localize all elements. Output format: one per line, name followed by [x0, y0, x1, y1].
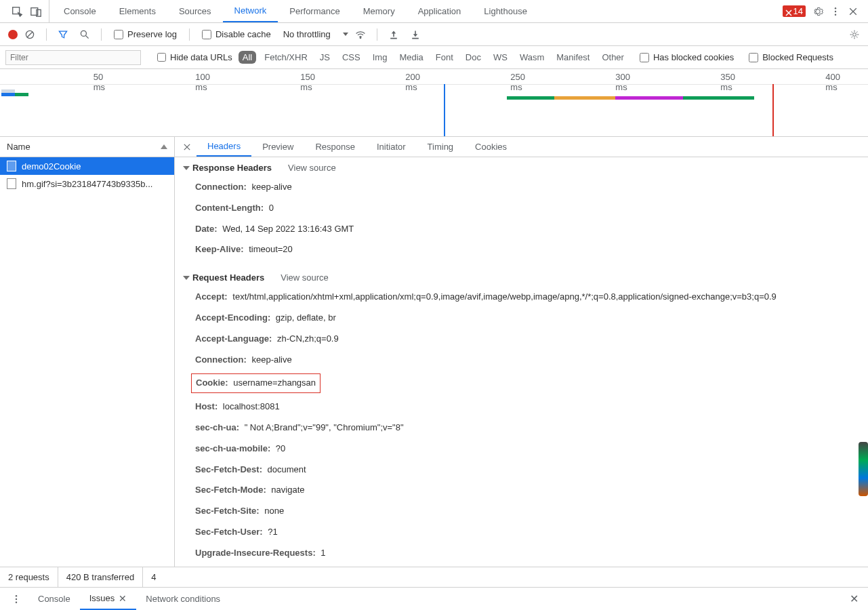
- header-row: Connection: keep-alive: [175, 350, 868, 371]
- drawer-close-icon[interactable]: ✕: [850, 592, 859, 605]
- request-row[interactable]: demo02Cookie: [0, 157, 174, 175]
- filter-type-ws[interactable]: WS: [489, 51, 512, 64]
- blocked-requests-checkbox[interactable]: Blocked Requests: [749, 52, 833, 62]
- drawer-tab-issues[interactable]: Issues✕: [80, 588, 137, 610]
- svg-point-12: [16, 601, 17, 603]
- svg-point-5: [835, 14, 836, 15]
- header-row: Sec-Fetch-Mode: navigate: [175, 480, 868, 501]
- status-transferred: 420 B transferred: [58, 567, 143, 587]
- clear-icon[interactable]: [24, 29, 35, 40]
- request-row[interactable]: hm.gif?si=3b231847743b9335b...: [0, 175, 174, 192]
- file-icon: [7, 178, 16, 189]
- status-requests: 2 requests: [0, 567, 58, 587]
- filter-toggle-icon[interactable]: [58, 29, 68, 40]
- inspect-element-icon[interactable]: [11, 5, 23, 18]
- detail-tab-preview[interactable]: Preview: [251, 137, 304, 157]
- throttling-select[interactable]: No throttling: [283, 29, 348, 39]
- close-devtools-icon[interactable]: [848, 6, 859, 17]
- filter-type-doc[interactable]: Doc: [461, 51, 485, 64]
- tab-lighthouse[interactable]: Lighthouse: [472, 0, 539, 22]
- network-conditions-icon[interactable]: [355, 29, 366, 40]
- header-row: Connection: keep-alive: [175, 177, 868, 198]
- close-tab-icon[interactable]: ✕: [119, 593, 127, 604]
- view-source-link[interactable]: View source: [281, 272, 329, 283]
- header-row: Date: Wed, 14 Sep 2022 13:16:43 GMT: [175, 219, 868, 240]
- filter-type-manifest[interactable]: Manifest: [552, 51, 594, 64]
- network-settings-icon[interactable]: [849, 29, 860, 40]
- header-row: Sec-Fetch-User: ?1: [175, 522, 868, 543]
- request-list: demo02Cookiehm.gif?si=3b231847743b9335b.…: [0, 157, 174, 567]
- svg-point-7: [81, 30, 86, 36]
- hide-data-urls-checkbox[interactable]: Hide data URLs: [157, 52, 232, 62]
- header-row: Accept: text/html,application/xhtml+xml,…: [175, 287, 868, 308]
- svg-point-4: [835, 10, 836, 12]
- error-count-text: 14: [793, 6, 803, 16]
- svg-point-3: [835, 7, 836, 9]
- divider: [377, 28, 377, 41]
- request-headers-section[interactable]: Request Headers View source: [175, 268, 868, 287]
- disable-cache-checkbox[interactable]: Disable cache: [202, 29, 271, 39]
- file-icon: [7, 161, 16, 171]
- header-row: sec-ch-ua-mobile: ?0: [175, 439, 868, 460]
- preserve-log-checkbox[interactable]: Preserve log: [114, 29, 177, 39]
- filter-type-js[interactable]: JS: [316, 51, 334, 64]
- tab-performance[interactable]: Performance: [278, 0, 351, 22]
- tab-elements[interactable]: Elements: [108, 0, 167, 22]
- detail-tab-timing[interactable]: Timing: [417, 137, 465, 157]
- view-source-link[interactable]: View source: [288, 163, 336, 173]
- tab-application[interactable]: Application: [407, 0, 473, 22]
- divider: [46, 28, 47, 41]
- record-button[interactable]: [8, 30, 18, 39]
- collapse-triangle-icon: [183, 166, 190, 170]
- header-row: Cookie: username=zhangsan: [175, 370, 868, 396]
- header-row: Content-Length: 0: [175, 198, 868, 219]
- requests-name-header[interactable]: Name: [0, 137, 174, 157]
- upload-icon[interactable]: [388, 29, 399, 40]
- header-row: User-Agent: Mozilla/5.0 (Windows NT 10.0…: [175, 564, 868, 567]
- device-toolbar-icon[interactable]: [30, 5, 42, 18]
- filter-type-wasm[interactable]: Wasm: [516, 51, 548, 64]
- filter-type-media[interactable]: Media: [395, 51, 427, 64]
- header-row: Keep-Alive: timeout=20: [175, 239, 868, 260]
- error-count-badge[interactable]: 14: [783, 5, 806, 17]
- detail-tab-headers[interactable]: Headers: [197, 137, 251, 157]
- filter-type-img[interactable]: Img: [369, 51, 392, 64]
- drawer-tab-network-conditions[interactable]: Network conditions: [136, 588, 230, 610]
- tab-sources[interactable]: Sources: [167, 0, 223, 22]
- filter-type-all[interactable]: All: [239, 51, 256, 64]
- detail-tab-initiator[interactable]: Initiator: [366, 137, 417, 157]
- filter-type-fetchxhr[interactable]: Fetch/XHR: [260, 51, 312, 64]
- svg-point-9: [853, 33, 856, 36]
- tab-console[interactable]: Console: [52, 0, 108, 22]
- divider: [101, 28, 102, 41]
- filter-input[interactable]: [5, 50, 141, 65]
- tab-memory[interactable]: Memory: [352, 0, 407, 22]
- svg-point-11: [16, 598, 17, 599]
- header-row: Accept-Encoding: gzip, deflate, br: [175, 308, 868, 329]
- filter-type-css[interactable]: CSS: [338, 51, 365, 64]
- close-details-button[interactable]: [178, 137, 197, 157]
- timeline-overview[interactable]: 50 ms100 ms150 ms200 ms250 ms300 ms350 m…: [0, 69, 868, 137]
- filter-type-other[interactable]: Other: [598, 51, 628, 64]
- has-blocked-cookies-checkbox[interactable]: Has blocked cookies: [640, 52, 734, 62]
- divider: [189, 28, 190, 41]
- header-row: Accept-Language: zh-CN,zh;q=0.9: [175, 329, 868, 350]
- header-row: sec-ch-ua: " Not A;Brand";v="99", "Chrom…: [175, 418, 868, 439]
- settings-icon[interactable]: [812, 6, 823, 17]
- detail-tab-response[interactable]: Response: [304, 137, 366, 157]
- more-options-icon[interactable]: [830, 6, 841, 17]
- sort-caret-icon: [161, 144, 167, 149]
- drawer-more-icon[interactable]: [11, 594, 22, 605]
- tab-network[interactable]: Network: [223, 0, 278, 22]
- status-partial: 4: [143, 567, 163, 587]
- search-icon[interactable]: [79, 29, 90, 40]
- filter-type-font[interactable]: Font: [432, 51, 457, 64]
- svg-point-10: [16, 595, 17, 596]
- header-row: Host: localhost:8081: [175, 396, 868, 418]
- download-icon[interactable]: [410, 29, 421, 40]
- detail-tab-cookies[interactable]: Cookies: [464, 137, 518, 157]
- collapse-triangle-icon: [183, 276, 190, 280]
- scrollbar-thumb[interactable]: [859, 442, 868, 496]
- drawer-tab-console[interactable]: Console: [28, 588, 80, 610]
- response-headers-section[interactable]: Response Headers View source: [175, 159, 868, 177]
